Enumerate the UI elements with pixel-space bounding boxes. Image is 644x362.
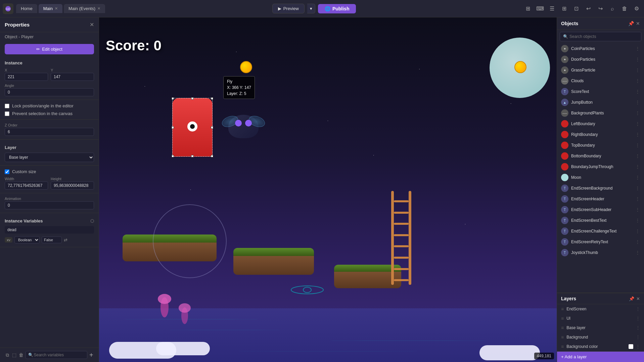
delete-icon[interactable]: 🗑 (18, 351, 24, 359)
zorder-input[interactable] (5, 128, 94, 136)
lock-checkbox[interactable] (5, 104, 9, 108)
properties-close[interactable]: ✕ (90, 21, 94, 28)
layer-select[interactable]: Base layer (5, 153, 94, 162)
obj-item-joystickthumb[interactable]: T JoystickThumb ⋮ (557, 247, 644, 258)
obj-item-topboundary[interactable]: TopBoundary ⋮ (557, 140, 644, 151)
obj-item-rightboundary[interactable]: RightBoundary ⋮ (557, 129, 644, 140)
add-layer-button[interactable]: + Add a layer (557, 351, 644, 362)
preview-button[interactable]: ▶ Preview (272, 4, 305, 13)
layer-item-baselayer[interactable]: ≡ Base layer ⋮ (557, 323, 644, 332)
width-input[interactable] (5, 182, 48, 190)
player-selection[interactable] (172, 98, 213, 157)
code-icon[interactable]: ⌨ (535, 4, 545, 13)
layer-more-background[interactable]: ⋮ (636, 335, 640, 340)
joystickthumb-more[interactable]: ⋮ (635, 250, 640, 255)
layer-more-ui[interactable]: ⋮ (636, 316, 640, 321)
y-input[interactable] (51, 73, 94, 81)
undo-icon[interactable]: ↩ (584, 4, 593, 13)
obj-item-endscreenbesttext[interactable]: T EndScreenBestText ⋮ (557, 215, 644, 226)
grid-icon[interactable]: ⊞ (559, 4, 569, 13)
preview-arrow-button[interactable]: ▾ (307, 4, 315, 13)
endscreenheader-more[interactable]: ⋮ (635, 196, 640, 202)
grassparticle-more[interactable]: ⋮ (635, 67, 640, 73)
obj-item-grassparticle[interactable]: ✦ GrassParticle ⋮ (557, 65, 644, 75)
tab-main-events[interactable]: Main (Events) ✕ (64, 4, 105, 13)
layer-item-ui[interactable]: ≡ UI ⋮ (557, 314, 644, 323)
app-logo[interactable]: GD (3, 3, 13, 14)
trash-icon[interactable]: 🗑 (620, 4, 629, 13)
layers-pin-icon[interactable]: 📌 (629, 296, 634, 301)
tab-home[interactable]: Home (16, 4, 37, 13)
redo-icon[interactable]: ↪ (596, 4, 605, 13)
publish-button[interactable]: 🌐 Publish (318, 4, 356, 13)
obj-item-boundaryjumpthrough[interactable]: BoundaryJumpThrough ⋮ (557, 161, 644, 172)
paste-icon[interactable]: ⬚ (12, 351, 17, 359)
obj-item-leftboundary[interactable]: LeftBoundary ⋮ (557, 118, 644, 129)
layer-more-bgcolor[interactable]: ⋮ (636, 344, 640, 349)
obj-item-doorparticles[interactable]: ✦ DoorParticles ⋮ (557, 54, 644, 65)
layer-item-background[interactable]: ≡ Background ⋮ (557, 332, 644, 342)
fly-enemy[interactable] (223, 108, 264, 145)
layers-close-icon[interactable]: ✕ (636, 296, 640, 301)
bgplants-more[interactable]: ⋮ (635, 110, 640, 116)
obj-item-bgplants[interactable]: — BackgroundPlants ⋮ (557, 108, 644, 118)
moon-more[interactable]: ⋮ (635, 175, 640, 180)
var-value-input[interactable] (42, 237, 62, 243)
doorparticles-more[interactable]: ⋮ (635, 57, 640, 62)
search-vars-input[interactable] (26, 351, 87, 359)
edit-object-button[interactable]: ✏ Edit object (5, 44, 94, 54)
obj-item-clouds[interactable]: — Clouds ⋮ (557, 75, 644, 86)
objects-close-icon[interactable]: ✕ (636, 21, 640, 26)
settings-icon[interactable]: ⚙ (632, 4, 641, 13)
obj-item-endscreenheader[interactable]: T EndScreenHeader ⋮ (557, 194, 644, 204)
jumpbutton-more[interactable]: ⋮ (635, 100, 640, 105)
obj-item-bottomboundary[interactable]: BottomBoundary ⋮ (557, 151, 644, 161)
layer-more-endscreen[interactable]: ⋮ (636, 307, 640, 311)
obj-item-scoretext[interactable]: T ScoreText ⋮ (557, 86, 644, 97)
external-link-icon[interactable]: ⬡ (90, 218, 94, 223)
animation-input[interactable] (5, 201, 94, 209)
endscreenbesttext-more[interactable]: ⋮ (635, 218, 640, 223)
obj-item-jumpbutton[interactable]: ▲ JumpButton ⋮ (557, 97, 644, 108)
tab-main[interactable]: Main ✕ (39, 4, 62, 13)
objects-pin-icon[interactable]: 📌 (628, 21, 634, 26)
obj-item-endscreensubheader[interactable]: T EndScreenSubHeader ⋮ (557, 204, 644, 215)
layer-item-bgcolor[interactable]: ≡ Background color ⋮ (557, 342, 644, 351)
tab-main-close[interactable]: ✕ (55, 6, 58, 11)
var-type-select[interactable]: Boolean (14, 236, 40, 244)
add-var-button[interactable]: + (89, 351, 94, 359)
zoom-icon[interactable]: ⌕ (608, 4, 617, 13)
layer-item-endscreen[interactable]: ≡ EndScreen ⋮ (557, 304, 644, 314)
obj-item-coinparticles[interactable]: ✦ CoinParticles ⋮ (557, 43, 644, 54)
obj-item-moon[interactable]: Moon ⋮ (557, 172, 644, 183)
copy-icon[interactable]: ⧉ (5, 351, 10, 359)
boundaryjumpthrough-more[interactable]: ⋮ (635, 164, 640, 169)
ruler-icon[interactable]: ⊡ (571, 4, 581, 13)
topboundary-more[interactable]: ⋮ (635, 143, 640, 148)
endscreenbg-more[interactable]: ⋮ (635, 186, 640, 191)
custom-size-checkbox[interactable] (5, 169, 9, 174)
endscreenchallengetext-more[interactable]: ⋮ (635, 228, 640, 234)
x-input[interactable] (5, 73, 48, 81)
canvas-area[interactable]: Score: 0 Fly X: 366 (99, 17, 557, 362)
obj-item-endscreenretrytext[interactable]: T EndScreenRetryText ⋮ (557, 237, 644, 247)
obj-item-endscreenchallengetext[interactable]: T EndScreenChallengeText ⋮ (557, 226, 644, 237)
bottomboundary-more[interactable]: ⋮ (635, 153, 640, 159)
prevent-checkbox[interactable] (5, 111, 9, 116)
coinparticles-more[interactable]: ⋮ (635, 46, 640, 51)
var-swap-icon[interactable]: ⇄ (64, 238, 67, 243)
endscreensubheader-more[interactable]: ⋮ (635, 207, 640, 212)
clouds-more[interactable]: ⋮ (635, 78, 640, 84)
layers-icon[interactable]: ⊞ (523, 4, 533, 13)
height-input[interactable] (51, 182, 94, 190)
search-objects-input[interactable] (560, 32, 641, 41)
tab-main-events-close[interactable]: ✕ (97, 6, 100, 11)
endscreenretrytext-more[interactable]: ⋮ (635, 239, 640, 245)
list-icon[interactable]: ☰ (547, 4, 557, 13)
leftboundary-more[interactable]: ⋮ (635, 121, 640, 126)
scoretext-more[interactable]: ⋮ (635, 89, 640, 94)
angle-input[interactable] (5, 88, 94, 96)
obj-item-endscreenbg[interactable]: T EndScreenBackground ⋮ (557, 183, 644, 194)
layer-color-swatch-bgcolor[interactable] (629, 344, 633, 349)
layer-more-baselayer[interactable]: ⋮ (636, 325, 640, 330)
